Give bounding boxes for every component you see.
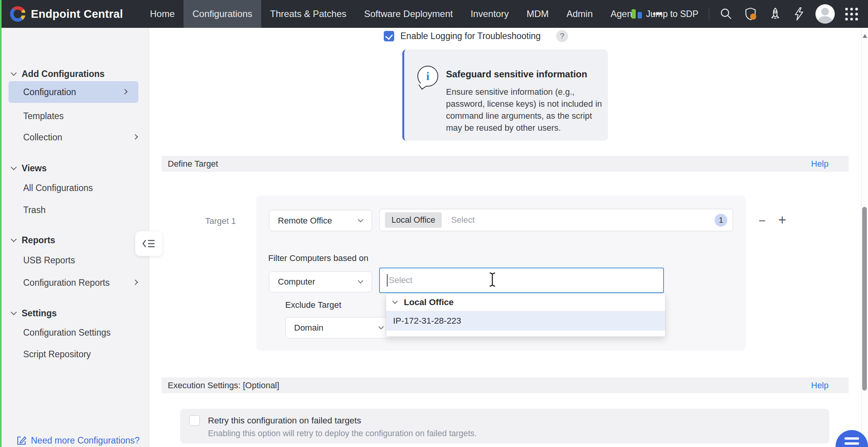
brand-title: Endpoint Central — [31, 0, 123, 28]
retry-option-box: Retry this configuration on failed targe… — [180, 409, 829, 444]
chevron-right-icon — [122, 89, 128, 94]
sidebar-section-views[interactable]: Views — [2, 159, 149, 177]
target-scope-combobox[interactable]: Local Office Select 1 — [379, 209, 733, 231]
sdp-icon — [631, 9, 642, 19]
dropdown-group-local-office[interactable]: Local Office — [386, 293, 665, 311]
target-row-label: Target 1 — [205, 216, 236, 226]
nav-item-mdm[interactable]: MDM — [517, 0, 557, 28]
define-target-help-link[interactable]: Help — [811, 159, 829, 169]
user-avatar[interactable] — [815, 4, 835, 24]
retry-description: Enabling this option will retry to deplo… — [208, 429, 477, 438]
nav-right-group: Jump to SDP — [631, 0, 858, 28]
info-bubble-icon: i — [417, 66, 438, 87]
sidebar-item-configuration-reports[interactable]: Configuration Reports — [2, 274, 149, 292]
nav-divider — [709, 8, 709, 20]
nav-item-admin[interactable]: Admin — [558, 0, 602, 28]
help-question-badge[interactable]: ? — [556, 30, 568, 42]
endpoint-central-page: Endpoint Central Home Configurations Thr… — [0, 0, 868, 447]
sidebar-section-settings[interactable]: Settings — [2, 304, 149, 322]
sidebar-item-collection[interactable]: Collection — [2, 128, 149, 146]
nav-item-software-deployment[interactable]: Software Deployment — [355, 0, 461, 28]
target-type-select[interactable]: Remote Office — [269, 210, 372, 231]
sidebar-item-configuration-settings[interactable]: Configuration Settings — [2, 324, 149, 341]
chevron-right-icon — [133, 134, 138, 140]
sidebar-item-script-repository[interactable]: Script Repository — [2, 345, 149, 363]
add-target-button[interactable]: + — [774, 212, 790, 228]
vertical-scrollbar-thumb[interactable] — [862, 207, 867, 391]
capture-edge-strip — [0, 0, 2, 447]
chevron-down-icon — [358, 278, 363, 283]
chevron-right-icon — [133, 280, 138, 285]
nav-menu: Home Configurations Threats & Patches So… — [141, 0, 671, 28]
apps-grid-icon[interactable] — [845, 8, 858, 20]
sidebar-item-trash[interactable]: Trash — [2, 201, 149, 219]
exclude-target-label: Exclude Target — [285, 300, 341, 310]
search-icon[interactable] — [720, 7, 733, 20]
dropdown-option-ip[interactable]: IP-172-31-28-223 — [386, 311, 665, 331]
chevron-down-icon — [392, 299, 398, 304]
need-more-configurations-link[interactable]: Need more Configurations? — [16, 435, 140, 446]
sidebar-item-all-configurations[interactable]: All Configurations — [2, 179, 149, 197]
safeguard-info-box: i Safeguard sensitive information Ensure… — [402, 49, 608, 141]
filter-select-placeholder: Select — [389, 275, 412, 285]
sidebar-item-usb-reports[interactable]: USB Reports — [2, 251, 149, 269]
top-nav: Endpoint Central Home Configurations Thr… — [0, 0, 868, 28]
rocket-icon[interactable] — [768, 7, 782, 21]
enable-logging-row: Enable Logging for Troubleshooting ? — [384, 30, 568, 42]
chevron-down-icon — [378, 324, 384, 329]
enable-logging-checkbox[interactable] — [384, 31, 394, 41]
execution-settings-help-link[interactable]: Help — [811, 380, 829, 391]
collapse-sidebar-icon — [142, 239, 155, 248]
retry-checkbox[interactable] — [189, 415, 200, 426]
nav-item-inventory[interactable]: Inventory — [462, 0, 518, 28]
enable-logging-label: Enable Logging for Troubleshooting — [400, 31, 541, 41]
filter-type-select[interactable]: Computer — [269, 271, 372, 292]
remove-target-button[interactable]: − — [754, 213, 770, 229]
sidebar-item-configuration[interactable]: Configuration — [9, 81, 138, 103]
nav-item-threats-patches[interactable]: Threats & Patches — [261, 0, 355, 28]
computer-dropdown-panel: Local Office IP-172-31-28-223 — [386, 293, 665, 337]
lightning-icon[interactable] — [793, 7, 805, 21]
info-box-body: Ensure sensitive information (e.g., pass… — [446, 86, 604, 134]
jump-to-sdp-label: Jump to SDP — [646, 9, 699, 19]
sidebar-section-add-configurations[interactable]: Add Configurations — [2, 65, 149, 83]
sidebar-collapse-button[interactable] — [135, 231, 162, 256]
execution-settings-title: Execution Settings: [Optional] — [162, 380, 279, 391]
menu-lines-icon — [844, 437, 859, 440]
jump-to-sdp-button[interactable]: Jump to SDP — [631, 9, 699, 19]
filter-computers-label: Filter Computers based on — [268, 253, 368, 263]
text-caret — [387, 274, 388, 287]
retry-label: Retry this configuration on failed targe… — [208, 416, 361, 426]
exclude-type-select[interactable]: Domain — [285, 317, 393, 338]
security-shield-icon[interactable] — [743, 7, 758, 21]
sidebar-item-templates[interactable]: Templates — [2, 107, 149, 125]
target-count-badge: 1 — [715, 214, 727, 227]
define-target-title: Define Target — [162, 159, 218, 169]
chevron-down-icon — [358, 217, 363, 222]
endpoint-central-logo-icon[interactable] — [10, 6, 26, 22]
compose-pencil-icon — [16, 435, 27, 446]
info-box-title: Safeguard sensitive information — [446, 69, 587, 80]
sidebar: Add Configurations Configuration Templat… — [2, 28, 149, 447]
target-select-placeholder: Select — [451, 215, 475, 225]
define-target-section-header: Define Target Help — [162, 156, 849, 172]
nav-item-home[interactable]: Home — [141, 0, 184, 28]
sidebar-section-reports[interactable]: Reports — [2, 231, 149, 249]
filter-computer-search-input[interactable]: Select — [379, 268, 664, 293]
nav-item-configurations[interactable]: Configurations — [184, 0, 261, 28]
scrollbar-up-arrow[interactable] — [863, 34, 867, 38]
execution-settings-section-header: Execution Settings: [Optional] Help — [162, 377, 849, 393]
local-office-chip[interactable]: Local Office — [385, 212, 442, 228]
text-cursor-pointer — [488, 271, 497, 288]
